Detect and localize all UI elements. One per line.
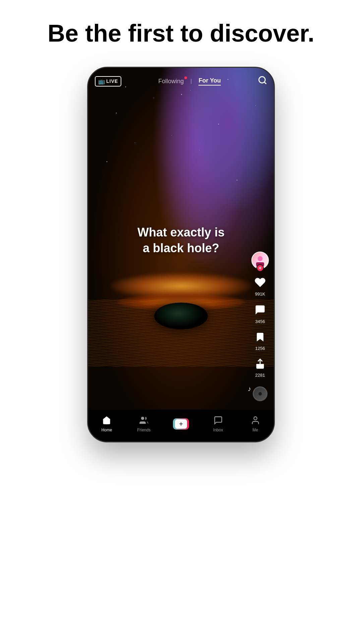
top-nav: 📺 LIVE Following | For You — [88, 68, 274, 95]
add-button[interactable]: + — [173, 418, 189, 430]
nav-friends[interactable]: Friends — [125, 416, 163, 432]
live-label: LIVE — [106, 78, 118, 84]
search-icon[interactable] — [258, 75, 267, 87]
inbox-label: Inbox — [213, 428, 223, 432]
black-hole — [154, 303, 208, 329]
music-disk-icon — [253, 386, 267, 401]
video-text-overlay: What exactly is a black hole? — [88, 225, 274, 256]
video-title: What exactly is a black hole? — [115, 225, 247, 256]
home-label: Home — [101, 428, 112, 432]
live-button[interactable]: 📺 LIVE — [95, 76, 121, 87]
tab-following[interactable]: Following — [158, 78, 184, 85]
add-button-inner: + — [175, 419, 187, 429]
nav-add[interactable]: + — [163, 418, 200, 430]
phone-frame: 📺 LIVE Following | For You What exactly … — [87, 67, 275, 442]
like-action[interactable]: 991K — [254, 276, 266, 297]
comment-count: 3456 — [255, 319, 265, 324]
like-count: 991K — [255, 291, 265, 297]
music-disk-action[interactable] — [253, 386, 267, 401]
me-label: Me — [252, 428, 258, 432]
svg-point-10 — [141, 417, 144, 420]
nav-home[interactable]: Home — [88, 416, 125, 432]
live-tv-icon: 📺 — [98, 78, 105, 85]
bookmark-count: 1256 — [255, 346, 265, 351]
share-icon — [254, 358, 266, 371]
following-notification-dot — [184, 76, 187, 79]
share-count: 2281 — [255, 373, 265, 378]
home-icon — [102, 416, 111, 426]
svg-point-11 — [254, 417, 257, 420]
profile-icon — [251, 416, 260, 426]
right-actions: + 991K 3456 — [251, 252, 269, 401]
tab-foryou[interactable]: For You — [198, 77, 221, 86]
friends-icon — [139, 416, 148, 426]
add-plus-icon: + — [179, 421, 183, 427]
inbox-icon — [214, 416, 223, 426]
comment-icon — [254, 304, 266, 318]
tab-divider: | — [190, 78, 192, 84]
bookmark-action[interactable]: 1256 — [254, 331, 266, 351]
share-action[interactable]: 2281 — [254, 358, 266, 378]
music-note-icon: ♪ — [248, 385, 251, 393]
nav-me[interactable]: Me — [237, 416, 274, 432]
heart-icon — [254, 276, 266, 290]
page-tagline: Be the first to discover. — [27, 20, 335, 47]
follow-plus-button[interactable]: + — [256, 264, 264, 272]
comment-action[interactable]: 3456 — [254, 304, 266, 324]
svg-line-1 — [264, 82, 266, 84]
creator-avatar-container[interactable]: + — [251, 252, 269, 269]
friends-label: Friends — [137, 428, 150, 432]
nav-tabs: Following | For You — [158, 77, 221, 86]
bookmark-icon — [254, 331, 266, 344]
svg-point-4 — [258, 256, 262, 261]
bottom-nav: Home Friends + — [88, 410, 274, 441]
nav-inbox[interactable]: Inbox — [199, 416, 237, 432]
